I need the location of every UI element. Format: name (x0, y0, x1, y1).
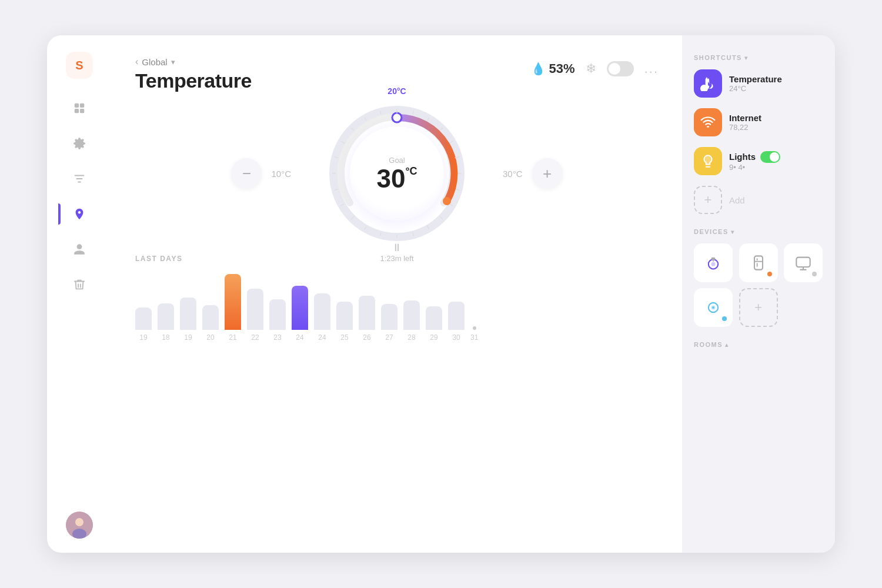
page-title: Temperature (135, 69, 252, 92)
sidebar-item-trash[interactable] (69, 274, 90, 295)
humidity-value: 53% (549, 61, 575, 76)
thermostat-area: − 10°C 20°C (135, 103, 659, 244)
bar-normal[interactable] (314, 293, 330, 330)
more-options-button[interactable]: ... (644, 61, 659, 76)
device-fridge[interactable] (739, 243, 778, 282)
sidebar-item-filter[interactable] (69, 168, 90, 189)
svg-point-48 (712, 306, 714, 309)
dial-status: ⏸ 1:23m left (380, 242, 413, 263)
svg-rect-2 (75, 109, 79, 113)
bar-normal[interactable] (448, 302, 465, 330)
bar-day-label: 19 (139, 333, 147, 342)
svg-point-9 (392, 113, 402, 122)
bar-column: 31 (470, 326, 478, 342)
bar-day-label: 29 (430, 333, 437, 342)
pause-icon[interactable]: ⏸ (392, 242, 402, 254)
bar-normal[interactable] (403, 300, 420, 330)
bar-column: 21 (225, 274, 241, 342)
sidebar-logo[interactable]: S (66, 52, 93, 79)
bar-dot (473, 326, 476, 330)
bar-column: 19 (180, 298, 196, 342)
temperature-shortcut-value: 24°C (729, 84, 823, 93)
bar-normal[interactable] (202, 305, 219, 330)
svg-point-8 (443, 197, 451, 205)
devices-grid: + (694, 243, 823, 327)
bar-day-label: 19 (184, 333, 192, 342)
add-shortcut-label: Add (729, 195, 745, 205)
svg-rect-0 (75, 103, 79, 108)
bar-orange[interactable] (225, 274, 241, 330)
add-shortcut-button[interactable]: + (694, 186, 722, 214)
internet-shortcut-name: Internet (729, 113, 823, 123)
bar-column: 24 (314, 293, 330, 342)
sidebar-item-location[interactable] (69, 203, 90, 225)
device-camera[interactable] (694, 288, 733, 327)
bar-normal[interactable] (336, 302, 353, 330)
main-content: ‹ Global ▾ Temperature 💧 53% ❄ ... (112, 35, 682, 553)
bar-column: 28 (403, 300, 420, 342)
add-shortcut[interactable]: + Add (694, 186, 823, 214)
increase-temp-button[interactable]: + (532, 158, 563, 189)
back-arrow-icon[interactable]: ‹ (135, 56, 138, 67)
shortcut-temperature[interactable]: Temperature 24°C (694, 69, 823, 98)
sidebar-item-dashboard[interactable] (69, 98, 90, 119)
bar-normal[interactable] (180, 298, 196, 330)
thermostat-dial[interactable]: Goal 30 °C (326, 103, 467, 244)
temp-right-label: 30°C (503, 169, 523, 179)
tv-status-dot (812, 272, 817, 276)
device-tv[interactable] (784, 243, 823, 282)
lights-label-text: Lights (729, 152, 756, 162)
bar-day-label: 30 (452, 333, 460, 342)
breadcrumb: ‹ Global ▾ (135, 56, 252, 67)
bar-column: 29 (426, 306, 442, 342)
svg-rect-37 (711, 258, 716, 260)
bar-purple[interactable] (292, 286, 308, 330)
chart-area: LAST DAYS 191819202122232424252627282930… (135, 255, 659, 539)
add-device-button[interactable]: + (739, 288, 778, 327)
bar-normal[interactable] (359, 296, 375, 330)
bar-normal[interactable] (135, 308, 152, 330)
bar-column: 30 (448, 302, 465, 342)
dial-inner: Goal 30 °C (350, 126, 444, 220)
lights-shortcut-info: Lights 9• 4• (729, 151, 823, 172)
bar-column: 20 (202, 305, 219, 342)
fridge-status-dot (767, 272, 772, 276)
shortcut-internet[interactable]: Internet 78,22 (694, 108, 823, 136)
bar-normal[interactable] (426, 306, 442, 330)
bar-day-label: 27 (385, 333, 393, 342)
temperature-shortcut-info: Temperature 24°C (729, 74, 823, 93)
lights-toggle[interactable] (760, 151, 780, 163)
power-toggle[interactable] (607, 61, 634, 76)
temperature-shortcut-name: Temperature (729, 74, 823, 84)
bar-day-label: 21 (229, 333, 236, 342)
goal-unit: °C (405, 166, 417, 176)
breadcrumb-title[interactable]: Global (142, 57, 167, 67)
temperature-shortcut-icon (694, 69, 722, 98)
bar-normal[interactable] (247, 289, 263, 330)
svg-rect-1 (80, 103, 84, 108)
decrease-temp-button[interactable]: − (231, 158, 262, 189)
bar-normal[interactable] (158, 303, 174, 330)
svg-rect-39 (754, 256, 763, 269)
fan-icon: ❄ (586, 61, 596, 76)
bar-day-label: 24 (296, 333, 303, 342)
lights-shortcut-value: 9• 4• (729, 163, 823, 172)
internet-shortcut-value: 78,22 (729, 123, 823, 132)
time-left: 1:23m left (380, 254, 413, 263)
sidebar-item-settings[interactable] (69, 133, 90, 154)
rooms-section-label: ROOMS ▴ (694, 341, 823, 348)
shortcut-lights[interactable]: Lights 9• 4• (694, 147, 823, 175)
bar-column: 24 (292, 286, 308, 342)
lights-shortcut-name: Lights (729, 151, 823, 163)
svg-point-36 (711, 262, 716, 266)
goal-label: Goal (389, 156, 405, 165)
bar-day-label: 25 (340, 333, 348, 342)
svg-point-34 (707, 85, 709, 88)
bar-column: 18 (158, 303, 174, 342)
internet-shortcut-icon (694, 108, 722, 136)
avatar[interactable] (66, 512, 93, 539)
device-vacuum[interactable] (694, 243, 733, 282)
bar-normal[interactable] (269, 299, 286, 330)
bar-normal[interactable] (381, 304, 397, 330)
sidebar-item-person[interactable] (69, 239, 90, 260)
